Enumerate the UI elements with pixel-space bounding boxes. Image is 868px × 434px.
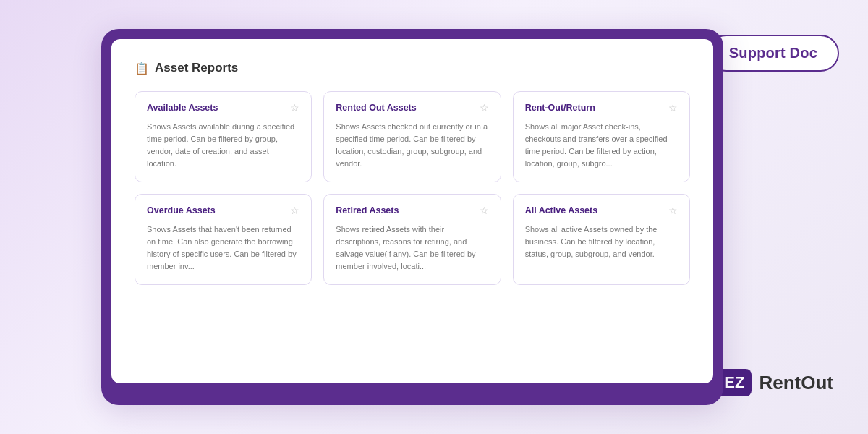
card-description: Shows Assets that haven't been returned … (147, 224, 299, 273)
card-rent-out-return[interactable]: Rent-Out/Return ☆ Shows all major Asset … (513, 91, 690, 182)
favorite-star-icon[interactable]: ☆ (668, 102, 678, 114)
card-title: Retired Assets (336, 205, 399, 216)
card-header: Retired Assets ☆ (336, 205, 488, 216)
card-description: Shows Assets available during a specifie… (147, 121, 299, 170)
favorite-star-icon[interactable]: ☆ (290, 102, 299, 114)
card-retired-assets[interactable]: Retired Assets ☆ Shows retired Assets wi… (323, 194, 501, 285)
card-overdue-assets[interactable]: Overdue Assets ☆ Shows Assets that haven… (135, 194, 312, 285)
card-header: Available Assets ☆ (147, 102, 299, 114)
card-title: All Active Assets (525, 205, 598, 216)
card-title: Rented Out Assets (336, 103, 416, 113)
card-description: Shows Assets checked out currently or in… (336, 121, 488, 170)
logo-rentout: RentOut (759, 372, 833, 394)
laptop-frame: 📋 Asset Reports Available Assets ☆ Shows… (101, 29, 723, 405)
card-available-assets[interactable]: Available Assets ☆ Shows Assets availabl… (135, 91, 312, 182)
favorite-star-icon[interactable]: ☆ (668, 205, 678, 216)
favorite-star-icon[interactable]: ☆ (290, 205, 299, 216)
card-description: Shows all active Assets owned by the bus… (525, 224, 678, 260)
favorite-star-icon[interactable]: ☆ (480, 102, 489, 114)
card-header: Rent-Out/Return ☆ (525, 102, 678, 114)
card-header: Overdue Assets ☆ (147, 205, 299, 216)
page-title-row: 📋 Asset Reports (135, 61, 690, 75)
card-rented-out-assets[interactable]: Rented Out Assets ☆ Shows Assets checked… (323, 91, 501, 182)
card-header: All Active Assets ☆ (525, 205, 678, 216)
card-header: Rented Out Assets ☆ (336, 102, 488, 114)
card-title: Available Assets (147, 103, 218, 113)
card-title: Overdue Assets (147, 205, 216, 216)
asset-reports-icon: 📋 (135, 61, 149, 75)
page-title: Asset Reports (155, 61, 238, 75)
card-all-active-assets[interactable]: All Active Assets ☆ Shows all active Ass… (513, 194, 690, 285)
logo-area: EZ RentOut (717, 369, 833, 396)
card-title: Rent-Out/Return (525, 103, 595, 113)
card-description: Shows all major Asset check-ins, checkou… (525, 121, 678, 170)
favorite-star-icon[interactable]: ☆ (480, 205, 489, 216)
card-description: Shows retired Assets with their descript… (336, 224, 488, 273)
cards-grid: Available Assets ☆ Shows Assets availabl… (135, 91, 690, 285)
laptop-screen: 📋 Asset Reports Available Assets ☆ Shows… (111, 39, 713, 383)
support-doc-badge[interactable]: Support Doc (707, 35, 839, 72)
